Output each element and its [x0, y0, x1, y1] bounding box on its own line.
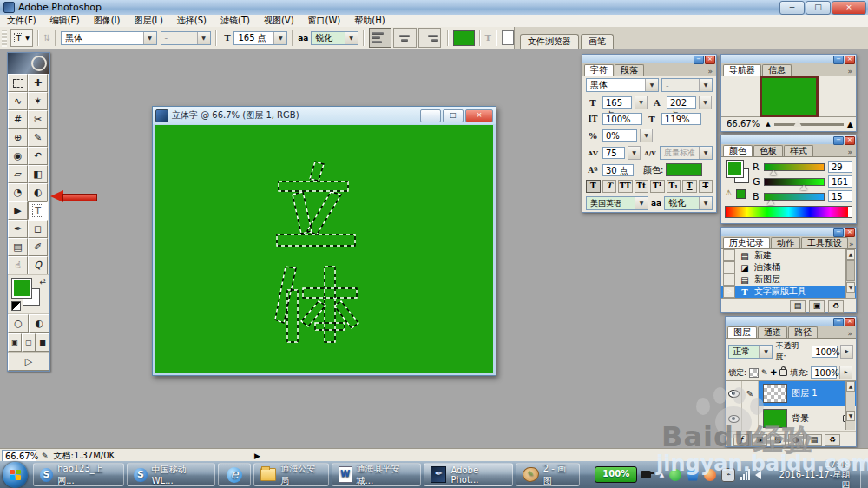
new-layer-button[interactable]: ▤: [806, 434, 822, 446]
char-size-dd-icon[interactable]: ▼: [635, 96, 648, 109]
char-aa-select[interactable]: 锐化▼: [664, 196, 713, 210]
char-baseline-input[interactable]: 30 点: [602, 164, 634, 176]
tool-magic-wand[interactable]: ✶: [28, 92, 48, 110]
swap-colors-icon[interactable]: ⇄: [39, 277, 46, 286]
taskbar-folder[interactable]: 通海公安局: [253, 463, 329, 486]
layer1-thumbnail[interactable]: [763, 384, 787, 403]
tool-preset-picker[interactable]: T ▼: [10, 29, 33, 47]
screen-mode-standard[interactable]: ▣: [8, 333, 22, 352]
char-color-swatch[interactable]: [666, 163, 702, 176]
font-style-select[interactable]: - ▼: [161, 31, 211, 45]
tool-dodge[interactable]: ◐: [28, 183, 48, 201]
menu-layer[interactable]: 图层(L): [127, 15, 169, 27]
default-colors-icon[interactable]: [11, 301, 21, 311]
char-prop-dd-icon[interactable]: ▼: [640, 129, 653, 142]
scroll-up-icon[interactable]: ▲: [846, 249, 855, 260]
tool-healing-brush[interactable]: ⊕: [8, 129, 28, 147]
char-font-select[interactable]: 黑体▼: [586, 78, 659, 92]
scroll-up-icon[interactable]: ▲: [846, 381, 855, 392]
history-minimize[interactable]: −: [833, 228, 844, 237]
subscript-button[interactable]: T₁: [667, 180, 681, 193]
color-fg-swatch[interactable]: [727, 161, 743, 177]
char-leading-dd-icon[interactable]: ▼: [699, 96, 712, 109]
lock-position-icon[interactable]: ✚: [771, 368, 778, 377]
underline-button[interactable]: T: [682, 180, 697, 193]
menu-edit[interactable]: 编辑(E): [43, 15, 87, 27]
tab-swatches[interactable]: 色板: [753, 145, 783, 156]
wechat-icon[interactable]: [669, 469, 681, 481]
char-leading-input[interactable]: 202 点: [667, 96, 696, 109]
fill-spinner-icon[interactable]: ▶: [839, 366, 852, 379]
small-caps-button[interactable]: Tt: [635, 180, 649, 193]
text-orientation-button[interactable]: ⇅: [43, 33, 50, 43]
history-source-well[interactable]: ▷: [723, 286, 735, 298]
tool-eraser[interactable]: ▱: [8, 165, 28, 183]
tab-paragraph[interactable]: 段落: [615, 64, 644, 76]
tab-paths[interactable]: 路径: [788, 326, 818, 338]
battery-indicator[interactable]: 100%: [595, 466, 637, 483]
menu-select[interactable]: 选择(S): [170, 15, 214, 27]
color-menu-icon[interactable]: »: [847, 148, 854, 156]
zoom-in-icon[interactable]: ▲: [847, 120, 853, 129]
history-close[interactable]: ×: [845, 228, 855, 237]
char-tracking-dd-icon[interactable]: ▼: [628, 146, 641, 160]
jump-to-imageready-button[interactable]: ▷: [8, 353, 49, 371]
delete-layer-button[interactable]: ♻: [825, 434, 840, 446]
status-zoom-input[interactable]: 66.67%: [2, 450, 36, 462]
menu-image[interactable]: 图像(I): [87, 15, 128, 27]
tool-eyedropper[interactable]: ✐: [28, 238, 48, 256]
taskbar-paint[interactable]: ✎ 2 - 画图: [516, 463, 580, 486]
char-vscale-input[interactable]: 100%: [602, 113, 642, 125]
faux-bold-button[interactable]: T: [586, 180, 601, 193]
layer-style-button[interactable]: ƒ: [733, 434, 749, 446]
warp-text-button[interactable]: T: [485, 33, 491, 43]
char-prop-input[interactable]: 0%: [602, 129, 637, 142]
tab-layers[interactable]: 图层: [727, 326, 757, 338]
history-menu-icon[interactable]: »: [849, 240, 856, 248]
history-source-well[interactable]: [723, 249, 735, 261]
text-color-swatch[interactable]: [453, 30, 474, 46]
taskbar-clock[interactable]: 17:48 2016-11-17-星期四: [773, 459, 858, 488]
history-item-new[interactable]: ▤ 新建: [721, 249, 856, 261]
align-center-button[interactable]: [393, 28, 417, 48]
tool-clone-stamp[interactable]: ◉: [8, 147, 28, 165]
foreground-color-swatch[interactable]: [12, 279, 31, 298]
channel-g-value[interactable]: 161: [828, 175, 852, 188]
add-mask-button[interactable]: ▣: [752, 434, 767, 446]
layer1-visibility[interactable]: [726, 381, 742, 406]
tab-actions[interactable]: 动作: [771, 237, 800, 248]
color-close[interactable]: ×: [845, 136, 855, 145]
tab-tool-presets[interactable]: 工具预设: [801, 237, 848, 248]
layers-menu-icon[interactable]: »: [847, 329, 854, 338]
tool-pen[interactable]: ✒: [8, 220, 28, 238]
layers-scrollbar[interactable]: ▲ ▼: [845, 381, 855, 430]
minimize-button[interactable]: −: [779, 1, 805, 15]
color-minimize[interactable]: −: [833, 136, 844, 145]
channel-g-slider[interactable]: [764, 178, 825, 186]
tab-channels[interactable]: 通道: [758, 326, 787, 338]
tool-blur[interactable]: ◔: [8, 183, 28, 201]
anti-alias-select[interactable]: 锐化 ▼: [311, 31, 358, 45]
tool-brush[interactable]: ✎: [28, 129, 48, 147]
tool-slice[interactable]: ✂: [28, 110, 48, 129]
tool-history-brush[interactable]: ↶: [28, 147, 48, 165]
char-style-select[interactable]: -▼: [661, 78, 713, 92]
shield-icon[interactable]: [687, 469, 699, 481]
char-kerning-select[interactable]: 度量标准▼: [660, 146, 713, 160]
navigator-thumbnail[interactable]: [760, 76, 819, 117]
fill-input[interactable]: 100%: [811, 366, 837, 379]
taskbar-chinamobile[interactable]: S 中国移动 WL...: [127, 463, 215, 486]
new-doc-from-state-button[interactable]: ▤: [790, 300, 806, 313]
new-snapshot-button[interactable]: ▣: [809, 300, 825, 313]
char-panel-menu-icon[interactable]: »: [707, 67, 714, 76]
tab-navigator[interactable]: 导航器: [723, 64, 761, 76]
char-hscale-input[interactable]: 119%: [661, 113, 701, 125]
tab-file-browser[interactable]: 文件浏览器: [520, 34, 579, 49]
tool-gradient[interactable]: ◧: [28, 165, 48, 183]
document-titlebar[interactable]: 立体字 @ 66.7% (图层 1, RGB) − □ ×: [153, 107, 496, 124]
history-item-new-layer[interactable]: ▤ 新图层: [721, 274, 856, 286]
tool-notes[interactable]: ▤: [8, 238, 28, 256]
close-button[interactable]: ×: [832, 1, 866, 15]
channel-b-slider[interactable]: [764, 193, 825, 201]
menu-view[interactable]: 视图(V): [257, 15, 301, 27]
